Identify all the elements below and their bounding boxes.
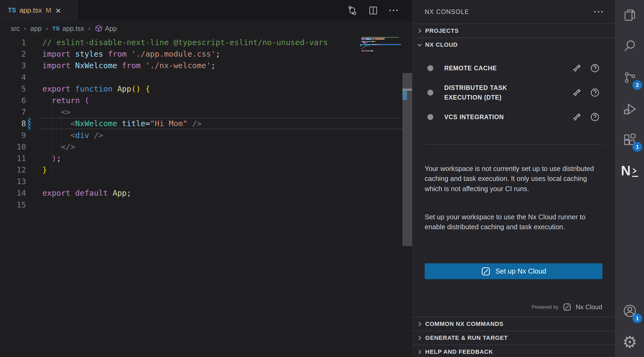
breadcrumb-label: app.tsx	[62, 25, 84, 32]
section-label: COMMON NX COMMANDS	[425, 320, 504, 327]
section-projects[interactable]: PROJECTS	[412, 24, 615, 38]
connect-plug-icon[interactable]	[571, 111, 582, 123]
code-line-text: }	[26, 164, 47, 176]
breadcrumb-label: App	[105, 25, 117, 32]
code-line-text	[26, 72, 42, 83]
status-dot	[427, 114, 433, 120]
code-line-7: 7 <>	[0, 106, 361, 118]
vscode-window: TS app.tsx M × ···	[0, 0, 644, 357]
line-number: 1	[0, 37, 26, 48]
nx-console-activity-button[interactable]: N	[615, 156, 644, 185]
nx-console-icon: N	[621, 165, 639, 177]
line-number: 3	[0, 60, 26, 71]
account-activity-button[interactable]: 1	[615, 297, 644, 326]
powered-by-label: Powered by	[532, 304, 558, 310]
more-actions-icon[interactable]: ···	[388, 5, 400, 16]
search-icon	[623, 39, 637, 54]
nx-console-panel: NX CONSOLE ··· PROJECTS NX CLOUD REMOTE …	[412, 0, 615, 357]
connect-plug-icon[interactable]	[571, 63, 582, 74]
line-number: 9	[0, 130, 26, 141]
extensions-activity-button[interactable]: 1	[615, 125, 644, 154]
nx-cloud-logo-icon	[481, 267, 491, 276]
ts-icon: TS	[52, 25, 60, 32]
ts-file-icon: TS	[8, 7, 16, 14]
indent-guide	[61, 93, 61, 151]
setup-nx-cloud-button[interactable]: Set up Nx Cloud	[425, 263, 602, 279]
panel-header: NX CONSOLE ···	[412, 0, 615, 24]
split-editor-icon[interactable]	[367, 5, 379, 16]
section-help-and-feedback[interactable]: HELP AND FEEDBACK	[412, 345, 615, 357]
section-nx-cloud[interactable]: NX CLOUD	[412, 38, 615, 52]
line-number: 6	[0, 95, 26, 106]
code-line-12: 12}	[0, 164, 361, 176]
section-common-nx-commands[interactable]: COMMON NX COMMANDS	[412, 317, 615, 331]
chevron-right-icon	[416, 348, 423, 355]
settings-gear-icon: ⚙	[622, 334, 637, 351]
cloud-item-label: DISTRIBUTED TASK EXECUTION (DTE)	[444, 83, 535, 102]
badge: 1	[632, 314, 642, 323]
connect-plug-icon[interactable]	[571, 87, 582, 98]
explorer-activity-button[interactable]	[615, 1, 644, 30]
minimap[interactable]	[361, 37, 401, 90]
editor-group: TS app.tsx M × ···	[0, 0, 412, 357]
breadcrumb: src›app›TSapp.tsx›App	[0, 21, 412, 36]
breadcrumb-separator: ›	[46, 25, 48, 32]
source-control-activity-button[interactable]: 2	[615, 64, 644, 93]
powered-by[interactable]: Powered by Nx Cloud	[532, 301, 602, 313]
help-circle-icon[interactable]	[589, 111, 601, 123]
open-changes-icon[interactable]	[346, 5, 358, 16]
run-debug-activity-button[interactable]	[615, 95, 644, 124]
cloud-item-label: VCS INTEGRATION	[444, 112, 535, 122]
status-dot	[427, 65, 433, 71]
section-generate-run-target[interactable]: GENERATE & RUN TARGET	[412, 331, 615, 345]
code-line-8: 8 <NxWelcome title="Hi Mom" />	[0, 118, 361, 129]
line-number: 13	[0, 176, 26, 187]
breadcrumb-item-app-tsx[interactable]: TSapp.tsx	[52, 25, 84, 32]
line-number: 7	[0, 106, 26, 118]
breadcrumb-item-app[interactable]: App	[95, 25, 117, 32]
code-line-2: 2import styles from './app.module.css';	[0, 48, 361, 60]
code-line-text: <NxWelcome title="Hi Mom" />	[26, 118, 202, 129]
line-number: 8	[0, 118, 26, 129]
run-debug-icon	[623, 102, 637, 118]
tab-filename: app.tsx	[19, 6, 42, 14]
code-line-6: 6 return (	[0, 95, 361, 106]
line-number: 11	[0, 153, 26, 164]
settings-gear-activity-button[interactable]: ⚙	[615, 328, 644, 357]
line-number: 5	[0, 83, 26, 95]
status-dot	[427, 90, 433, 96]
line-number: 4	[0, 72, 26, 83]
line-number: 12	[0, 164, 26, 176]
minimap-line	[361, 51, 401, 52]
code-line-text: <>	[26, 106, 71, 118]
nx-cloud-logo-icon	[563, 303, 571, 311]
cloud-item-distributed-task-execution-dte-[interactable]: DISTRIBUTED TASK EXECUTION (DTE)	[412, 81, 615, 105]
line-number: 14	[0, 187, 26, 199]
tab-app-tsx[interactable]: TS app.tsx M ×	[0, 0, 78, 21]
chevron-right-icon	[416, 334, 423, 341]
section-label: HELP AND FEEDBACK	[425, 348, 493, 355]
brand-label: Nx Cloud	[576, 303, 602, 311]
overview-ruler-modified-marker	[402, 91, 407, 100]
tab-bar: TS app.tsx M × ···	[0, 0, 412, 21]
breadcrumb-separator: ›	[88, 25, 91, 32]
help-circle-icon[interactable]	[589, 63, 601, 74]
code-line-4: 4	[0, 72, 361, 83]
chevron-right-icon	[416, 27, 423, 34]
workspace-status-text: Your workspace is not currently set up t…	[425, 164, 599, 194]
help-circle-icon[interactable]	[589, 87, 601, 98]
code-line-text: );	[26, 153, 61, 164]
cloud-item-vcs-integration[interactable]: VCS INTEGRATION	[412, 110, 615, 124]
panel-more-actions-icon[interactable]: ···	[594, 7, 604, 16]
breadcrumb-item-src[interactable]: src	[11, 25, 20, 32]
setup-hint-text: Set up your workspace to use the Nx Clou…	[425, 212, 599, 232]
code-editor[interactable]: 1// eslint-disable-next-line @typescript…	[0, 37, 361, 211]
cloud-item-remote-cache[interactable]: REMOTE CACHE	[412, 61, 615, 75]
chevron-right-icon	[416, 320, 423, 327]
code-line-text	[26, 176, 42, 187]
editor-scrollbar	[401, 21, 412, 357]
close-tab-icon[interactable]: ×	[55, 6, 61, 15]
search-activity-button[interactable]	[615, 32, 644, 61]
breadcrumb-item-app[interactable]: app	[30, 25, 42, 32]
activity-bar: 21N1⚙	[615, 0, 644, 357]
